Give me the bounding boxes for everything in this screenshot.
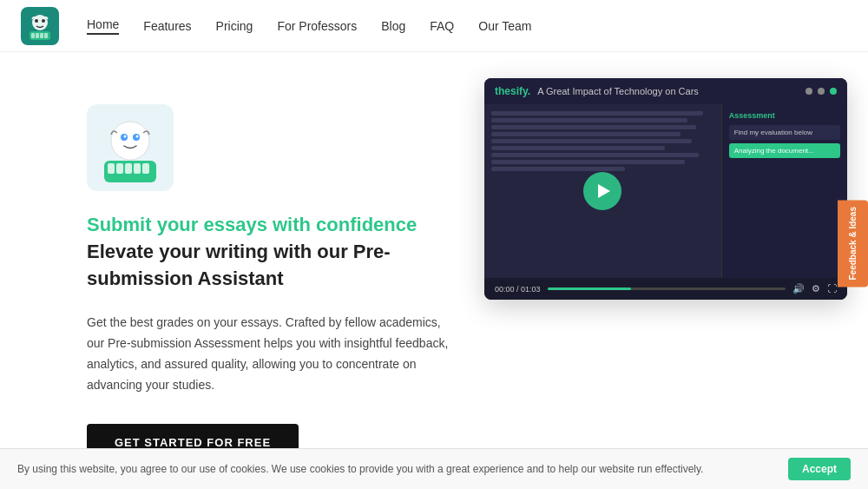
feedback-tab-wrapper: Feedback & Ideas — [838, 200, 868, 287]
progress-bar[interactable] — [548, 287, 786, 290]
svg-rect-5 — [31, 33, 35, 38]
cookie-banner: By using this website, you agree to our … — [0, 448, 868, 489]
video-header-controls — [806, 88, 837, 95]
svg-rect-7 — [40, 33, 43, 38]
video-body: Assessment Find my evaluation below Anal… — [484, 104, 847, 278]
svg-point-13 — [124, 135, 127, 138]
text-line — [491, 167, 625, 171]
text-line — [491, 146, 665, 150]
text-line — [491, 111, 703, 116]
nav-item-blog[interactable]: Blog — [381, 19, 405, 33]
fullscreen-icon[interactable]: ⛶ — [827, 283, 837, 294]
text-line — [491, 118, 687, 122]
control-icons: 🔊 ⚙ ⛶ — [792, 283, 837, 294]
feedback-tab[interactable]: Feedback & Ideas — [838, 200, 868, 287]
cookie-text: By using this website, you agree to our … — [17, 463, 703, 475]
svg-rect-18 — [125, 163, 132, 174]
assessment-panel: Assessment Find my evaluation below Anal… — [721, 104, 847, 278]
hero-mascot — [87, 104, 174, 191]
headline-rest-part: Elevate your writing with our Pre-submis… — [87, 241, 391, 289]
main-content: Submit your essays with confidence Eleva… — [0, 52, 868, 461]
video-section: thesify. A Great Impact of Technology on… — [484, 78, 847, 300]
video-header: thesify. A Great Impact of Technology on… — [484, 78, 847, 104]
svg-rect-19 — [134, 163, 141, 174]
navbar: Home Features Pricing For Professors Blo… — [0, 0, 868, 52]
play-icon — [598, 184, 610, 198]
nav-item-for-professors[interactable]: For Professors — [277, 19, 357, 33]
window-dot-green — [830, 88, 837, 95]
volume-icon[interactable]: 🔊 — [792, 283, 805, 294]
svg-point-2 — [35, 19, 38, 23]
nav-item-pricing[interactable]: Pricing — [216, 19, 253, 33]
video-doc-title: A Great Impact of Technology on Cars — [537, 86, 699, 96]
svg-point-3 — [42, 19, 45, 23]
svg-rect-20 — [142, 163, 149, 174]
text-line — [491, 125, 696, 129]
svg-point-14 — [136, 135, 139, 138]
svg-rect-8 — [44, 33, 48, 38]
svg-point-10 — [111, 122, 149, 160]
text-line — [491, 160, 685, 164]
video-title-bar: thesify. A Great Impact of Technology on… — [495, 85, 699, 97]
hero-headline: Submit your essays with confidence Eleva… — [87, 212, 450, 292]
accept-button[interactable]: Accept — [788, 458, 851, 480]
text-content-lines — [491, 111, 714, 171]
window-dot-2 — [818, 88, 825, 95]
nav-item-home[interactable]: Home — [87, 17, 119, 35]
video-player: thesify. A Great Impact of Technology on… — [484, 78, 847, 300]
assessment-item-1: Find my evaluation below — [729, 125, 840, 140]
headline-green-part: Submit your essays with confidence — [87, 214, 417, 235]
nav-item-faq[interactable]: FAQ — [430, 19, 454, 33]
text-line — [491, 132, 681, 136]
window-dot-1 — [806, 88, 812, 95]
assessment-item-2: Analyzing the document... — [729, 143, 840, 158]
video-time: 00:00 / 01:03 — [495, 285, 541, 294]
svg-rect-6 — [36, 33, 39, 38]
text-line — [491, 153, 699, 157]
logo[interactable] — [21, 7, 59, 45]
settings-icon[interactable]: ⚙ — [812, 283, 820, 294]
text-line — [491, 139, 692, 143]
video-content-area — [484, 104, 721, 278]
play-button[interactable] — [583, 172, 621, 210]
nav-item-our-team[interactable]: Our Team — [478, 19, 531, 33]
assessment-title: Assessment — [729, 111, 840, 120]
thesify-brand: thesify. — [495, 85, 530, 97]
hero-description: Get the best grades on your essays. Craf… — [87, 313, 450, 395]
video-controls: 00:00 / 01:03 🔊 ⚙ ⛶ — [484, 278, 847, 300]
svg-rect-17 — [116, 163, 123, 174]
progress-fill — [548, 287, 631, 290]
nav-item-features[interactable]: Features — [143, 19, 191, 33]
nav-links: Home Features Pricing For Professors Blo… — [87, 17, 531, 35]
svg-rect-16 — [108, 163, 115, 174]
hero-section: Submit your essays with confidence Eleva… — [87, 87, 450, 461]
